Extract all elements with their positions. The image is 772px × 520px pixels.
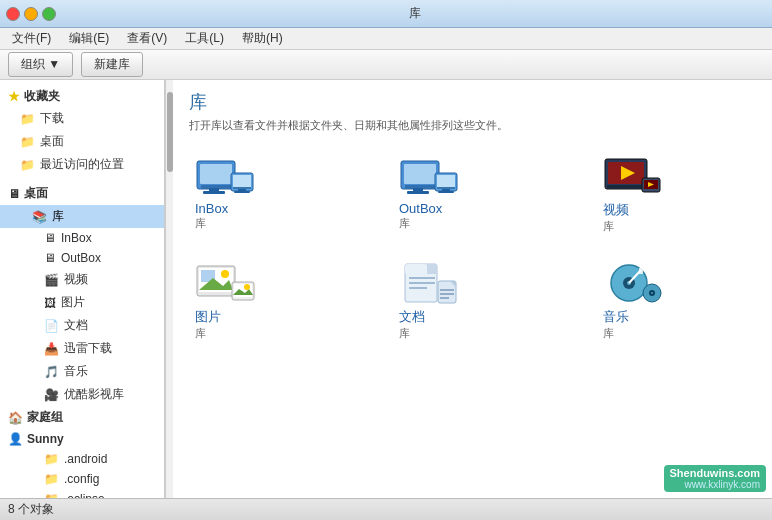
sidebar-config[interactable]: 📁 .config xyxy=(0,469,164,489)
svg-rect-17 xyxy=(437,187,455,189)
svg-rect-4 xyxy=(203,191,225,194)
library-item-outbox[interactable]: OutBox 库 xyxy=(393,149,573,240)
window-controls[interactable] xyxy=(6,7,56,21)
sidebar-user-label: Sunny xyxy=(27,432,64,446)
sidebar-item-label: 最近访问的位置 xyxy=(40,156,124,173)
music-small-icon xyxy=(641,282,663,304)
video-name: 视频 xyxy=(603,201,629,219)
main-container: ★ 收藏夹 📁 下载 📁 桌面 📁 最近访问的位置 🖥 桌面 📚 库 🖥 In xyxy=(0,80,772,498)
lib-item-icon: 🖥 xyxy=(44,231,56,245)
library-item-video[interactable]: 视频 库 xyxy=(597,149,772,240)
sidebar-android[interactable]: 📁 .android xyxy=(0,449,164,469)
sidebar-homegroup[interactable]: 🏠 家庭组 xyxy=(0,406,164,429)
organize-button[interactable]: 组织 ▼ xyxy=(8,52,73,77)
sidebar-outbox[interactable]: 🖥 OutBox xyxy=(0,248,164,268)
pictures-small-icon xyxy=(231,280,255,304)
svg-point-35 xyxy=(244,284,250,290)
inbox-small-icon xyxy=(229,169,257,197)
documents-type: 库 xyxy=(399,326,410,341)
sidebar-item-label: .eclipse xyxy=(64,492,105,498)
documents-small-icon xyxy=(435,280,459,304)
monitor-icon: 🖥 xyxy=(8,187,20,201)
sidebar-video[interactable]: 🎬 视频 xyxy=(0,268,164,291)
video-small-icon xyxy=(641,177,661,197)
folder-icon: 📁 xyxy=(44,452,59,466)
sidebar-item-desktop-fav[interactable]: 📁 桌面 xyxy=(0,130,164,153)
minimize-button[interactable] xyxy=(24,7,38,21)
sidebar-scrollbar[interactable] xyxy=(165,80,173,498)
content-area: 库 打开库以查看文件并根据文件夹、日期和其他属性排列这些文件。 xyxy=(173,80,772,498)
lib-item-icon: 🖼 xyxy=(44,296,56,310)
svg-rect-16 xyxy=(437,175,455,187)
folder-icon: 📁 xyxy=(20,158,35,172)
sidebar-desktop-group[interactable]: 🖥 桌面 xyxy=(0,182,164,205)
svg-rect-39 xyxy=(427,264,437,274)
content-description: 打开库以查看文件并根据文件夹、日期和其他属性排列这些文件。 xyxy=(189,118,756,133)
menu-view[interactable]: 查看(V) xyxy=(119,28,175,49)
pictures-icon-row xyxy=(195,262,247,304)
maximize-button[interactable] xyxy=(42,7,56,21)
sidebar-item-label: 优酷影视库 xyxy=(64,386,124,403)
lib-item-icon: 🎵 xyxy=(44,365,59,379)
title-bar: 库 xyxy=(0,0,772,28)
sidebar-item-label: .config xyxy=(64,472,99,486)
svg-rect-8 xyxy=(238,189,246,191)
sidebar-item-label: 视频 xyxy=(64,271,88,288)
svg-point-31 xyxy=(221,270,229,278)
library-icon: 📚 xyxy=(32,210,47,224)
video-icon-row xyxy=(603,155,655,197)
sidebar-inbox[interactable]: 🖥 InBox xyxy=(0,228,164,248)
library-grid: InBox 库 xyxy=(189,149,756,347)
folder-icon: 📁 xyxy=(20,135,35,149)
sidebar-item-recent[interactable]: 📁 最近访问的位置 xyxy=(0,153,164,176)
svg-rect-14 xyxy=(407,191,429,194)
sidebar-item-label: 迅雷下载 xyxy=(64,340,112,357)
sidebar-pictures[interactable]: 🖼 图片 xyxy=(0,291,164,314)
sidebar-item-label: 图片 xyxy=(61,294,85,311)
menu-file[interactable]: 文件(F) xyxy=(4,28,59,49)
video-type: 库 xyxy=(603,219,614,234)
sidebar-eclipse[interactable]: 📁 .eclipse xyxy=(0,489,164,498)
outbox-type: 库 xyxy=(399,216,410,231)
folder-icon: 📁 xyxy=(20,112,35,126)
svg-rect-1 xyxy=(200,164,232,184)
menu-edit[interactable]: 编辑(E) xyxy=(61,28,117,49)
library-item-inbox[interactable]: InBox 库 xyxy=(189,149,369,240)
pictures-name: 图片 xyxy=(195,308,221,326)
menu-tools[interactable]: 工具(L) xyxy=(177,28,232,49)
sidebar-music[interactable]: 🎵 音乐 xyxy=(0,360,164,383)
svg-rect-13 xyxy=(413,188,423,191)
documents-name: 文档 xyxy=(399,308,425,326)
sidebar-item-label: 下载 xyxy=(40,110,64,127)
svg-point-53 xyxy=(651,292,653,294)
outbox-small-icon xyxy=(433,169,461,197)
scroll-thumb[interactable] xyxy=(167,92,173,172)
favorites-section: ★ 收藏夹 xyxy=(0,84,164,107)
close-button[interactable] xyxy=(6,7,20,21)
sidebar-item-label: .android xyxy=(64,452,107,466)
inbox-type: 库 xyxy=(195,216,206,231)
sidebar-youku[interactable]: 🎥 优酷影视库 xyxy=(0,383,164,406)
lib-item-icon: 📄 xyxy=(44,319,59,333)
sidebar-item-label: 音乐 xyxy=(64,363,88,380)
sidebar-xunlei[interactable]: 📥 迅雷下载 xyxy=(0,337,164,360)
svg-rect-3 xyxy=(209,188,219,191)
sidebar-item-label: OutBox xyxy=(61,251,101,265)
sidebar-desktop-label: 桌面 xyxy=(24,185,48,202)
menu-help[interactable]: 帮助(H) xyxy=(234,28,291,49)
library-item-documents[interactable]: 文档 库 xyxy=(393,256,573,347)
new-library-button[interactable]: 新建库 xyxy=(81,52,143,77)
sidebar-user-root[interactable]: 👤 Sunny xyxy=(0,429,164,449)
outbox-icon-row xyxy=(399,155,451,197)
library-item-pictures[interactable]: 图片 库 xyxy=(189,256,369,347)
sidebar-documents[interactable]: 📄 文档 xyxy=(0,314,164,337)
user-icon: 👤 xyxy=(8,432,23,446)
sidebar-item-download[interactable]: 📁 下载 xyxy=(0,107,164,130)
folder-icon: 📁 xyxy=(44,492,59,498)
sidebar: ★ 收藏夹 📁 下载 📁 桌面 📁 最近访问的位置 🖥 桌面 📚 库 🖥 In xyxy=(0,80,165,498)
favorites-label: 收藏夹 xyxy=(24,88,60,105)
music-name: 音乐 xyxy=(603,308,629,326)
sidebar-library-root[interactable]: 📚 库 xyxy=(0,205,164,228)
library-item-music[interactable]: 音乐 库 xyxy=(597,256,772,347)
menu-bar: 文件(F) 编辑(E) 查看(V) 工具(L) 帮助(H) xyxy=(0,28,772,50)
